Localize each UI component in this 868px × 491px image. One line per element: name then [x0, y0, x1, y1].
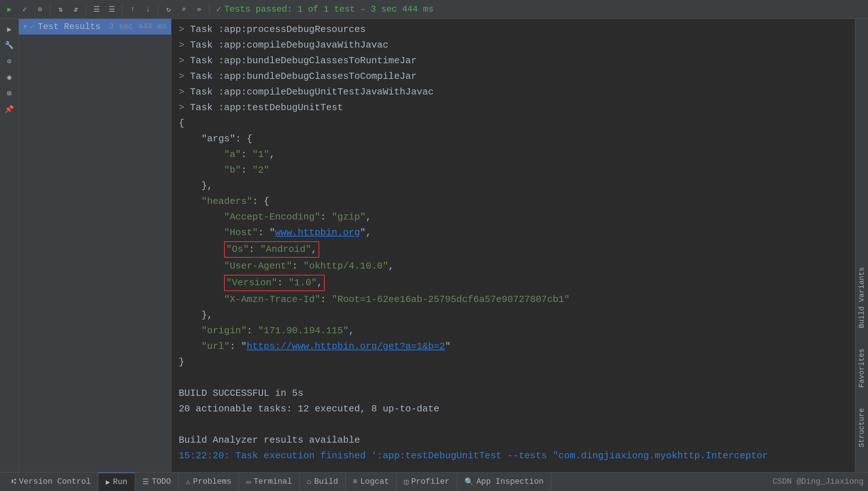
- output-line: "headers": {: [171, 194, 855, 209]
- output-line: "a": "1",: [171, 147, 855, 162]
- output-line: > Task :app:testDebugUnitTest: [171, 100, 855, 116]
- version-control-icon: ⑆: [12, 478, 16, 486]
- output-line: "Accept-Encoding": "gzip",: [171, 209, 855, 225]
- test-panel: ▼ ✓ Test Results 3 sec 444 ms: [19, 19, 171, 472]
- run-tab-label: Run: [113, 478, 127, 487]
- tab-todo[interactable]: ☰ TODO: [135, 472, 179, 491]
- output-line-build-info: 20 actionable tasks: 12 executed, 8 up-t…: [171, 401, 855, 417]
- output-line: "b": "2": [171, 162, 855, 178]
- httpbin-url-link[interactable]: https://www.httpbin.org/get?a=1&b=2: [247, 341, 445, 352]
- problems-icon: ⚠: [186, 477, 190, 486]
- tab-problems[interactable]: ⚠ Problems: [179, 472, 239, 491]
- profiler-icon: ◫: [404, 477, 408, 486]
- check-button[interactable]: ✓: [18, 3, 31, 16]
- rerun-button[interactable]: ↻: [162, 3, 175, 16]
- align2-button[interactable]: ☰: [105, 3, 118, 16]
- test-results-label: Test Results: [38, 22, 106, 32]
- csdn-watermark: CSDN @Ding_Jiaxiong: [772, 477, 864, 486]
- app-inspection-icon: 🔍: [465, 477, 474, 486]
- sort2-button[interactable]: ⇵: [69, 3, 82, 16]
- sep5: [209, 4, 210, 15]
- tab-terminal[interactable]: ▭ Terminal: [239, 472, 300, 491]
- more-button[interactable]: »: [192, 3, 206, 16]
- build-variants-label[interactable]: Build Variants: [856, 264, 867, 331]
- favorites-label[interactable]: Favorites: [856, 346, 867, 391]
- output-line: "User-Agent": "okhttp/4.10.0",: [171, 258, 855, 274]
- httpbin-host-link[interactable]: www.httpbin.org: [275, 227, 360, 238]
- build-icon: ⌂: [307, 478, 311, 486]
- tab-version-control[interactable]: ⑆ Version Control: [4, 472, 98, 491]
- version-highlight: "Version": "1.0",: [224, 275, 325, 291]
- tab-app-inspection[interactable]: 🔍 App Inspection: [457, 472, 551, 491]
- status-check-icon: ✓: [216, 4, 221, 15]
- profiler-label: Profiler: [411, 477, 450, 486]
- output-line: {: [171, 116, 855, 131]
- output-line: "origin": "171.90.194.115",: [171, 323, 855, 339]
- sep2: [86, 4, 86, 15]
- output-line: },: [171, 307, 855, 323]
- output-line: "X-Amzn-Trace-Id": "Root=1-62ee16ab-2579…: [171, 292, 855, 307]
- output-line: > Task :app:bundleDebugClassesToCompileJ…: [171, 69, 855, 84]
- sidebar-wrench-icon[interactable]: 🔧: [2, 38, 17, 52]
- output-line-analyzer: Build Analyzer results available: [171, 432, 855, 448]
- logcat-icon: ≡: [353, 478, 357, 486]
- logcat-label: Logcat: [360, 477, 389, 486]
- left-sidebar: ▶ 🔧 ⊙ ◉ ⊞ 📌: [0, 19, 19, 472]
- sidebar-eye-icon[interactable]: ◉: [2, 70, 17, 84]
- output-line-version: "Version": "1.0",: [171, 274, 855, 292]
- output-line: > Task :app:compileDebugJavaWithJavac: [171, 37, 855, 53]
- terminal-label: Terminal: [253, 477, 292, 486]
- run-tab-icon: ▶: [106, 478, 110, 487]
- output-line: "args": {: [171, 131, 855, 147]
- output-line-empty2: [171, 417, 855, 432]
- output-line-build-success: BUILD SUCCESSFUL in 5s: [171, 386, 855, 401]
- build-label: Build: [314, 477, 338, 486]
- output-line-empty: [171, 370, 855, 386]
- sidebar-stop-icon[interactable]: ⊙: [2, 54, 17, 68]
- sidebar-run-icon[interactable]: ▶: [2, 22, 17, 36]
- todo-icon: ☰: [142, 477, 149, 486]
- right-sidebar: Build Variants Favorites Structure: [855, 19, 868, 472]
- tab-profiler[interactable]: ◫ Profiler: [397, 472, 457, 491]
- terminal-icon: ▭: [246, 477, 251, 486]
- expand-icon: ▼: [23, 23, 27, 31]
- output-line-os: "Os": "Android",: [171, 241, 855, 258]
- sidebar-pin-icon[interactable]: 📌: [2, 102, 17, 116]
- sep4: [158, 4, 158, 15]
- main-layout: ▶ 🔧 ⊙ ◉ ⊞ 📌 ▼ ✓ Test Results 3 sec 444 m…: [0, 19, 868, 472]
- toolbar: ▶ ✓ ⊙ ⇅ ⇵ ☰ ☰ ↑ ↓ ↻ ⌕ » ✓ Tests passed: …: [0, 0, 868, 19]
- output-panel: > Task :app:processDebugResources > Task…: [171, 19, 855, 472]
- output-line: > Task :app:compileDebugUnitTestJavaWith…: [171, 84, 855, 100]
- output-line: > Task :app:bundleDebugClassesToRuntimeJ…: [171, 53, 855, 69]
- output-line: },: [171, 178, 855, 194]
- test-time: 3 sec 444 ms: [109, 22, 167, 31]
- structure-label[interactable]: Structure: [856, 405, 867, 450]
- output-line: }: [171, 354, 855, 370]
- bottom-bar: ⑆ Version Control ▶ Run ☰ TODO ⚠ Problem…: [0, 472, 868, 491]
- sep1: [50, 4, 50, 15]
- output-line: > Task :app:processDebugResources: [171, 22, 855, 37]
- output-line: "url": "https://www.httpbin.org/get?a=1&…: [171, 339, 855, 354]
- tab-logcat[interactable]: ≡ Logcat: [346, 472, 397, 491]
- up-button[interactable]: ↑: [126, 3, 139, 16]
- problems-label: Problems: [193, 477, 232, 486]
- status-text: Tests passed: 1 of 1 test – 3 sec 444 ms: [224, 4, 433, 14]
- sidebar-grid-icon[interactable]: ⊞: [2, 86, 17, 100]
- sort1-button[interactable]: ⇅: [54, 3, 67, 16]
- align1-button[interactable]: ☰: [90, 3, 103, 16]
- run-button[interactable]: ▶: [3, 3, 16, 16]
- tab-run[interactable]: ▶ Run: [98, 472, 135, 491]
- tab-build[interactable]: ⌂ Build: [300, 472, 346, 491]
- search-icon[interactable]: ⌕: [177, 3, 190, 16]
- output-line: "Host": "www.httpbin.org",: [171, 225, 855, 241]
- test-results-row[interactable]: ▼ ✓ Test Results 3 sec 444 ms: [19, 19, 171, 35]
- todo-label: TODO: [152, 477, 171, 486]
- down-button[interactable]: ↓: [141, 3, 154, 16]
- sep3: [122, 4, 122, 15]
- output-line-timestamp: 15:22:20: Task execution finished ':app:…: [171, 448, 855, 464]
- version-control-label: Version Control: [19, 477, 91, 486]
- app-inspection-label: App Inspection: [476, 477, 544, 486]
- stop-button[interactable]: ⊙: [33, 3, 46, 16]
- test-status: ✓ Tests passed: 1 of 1 test – 3 sec 444 …: [216, 4, 434, 15]
- os-highlight: "Os": "Android",: [224, 241, 319, 258]
